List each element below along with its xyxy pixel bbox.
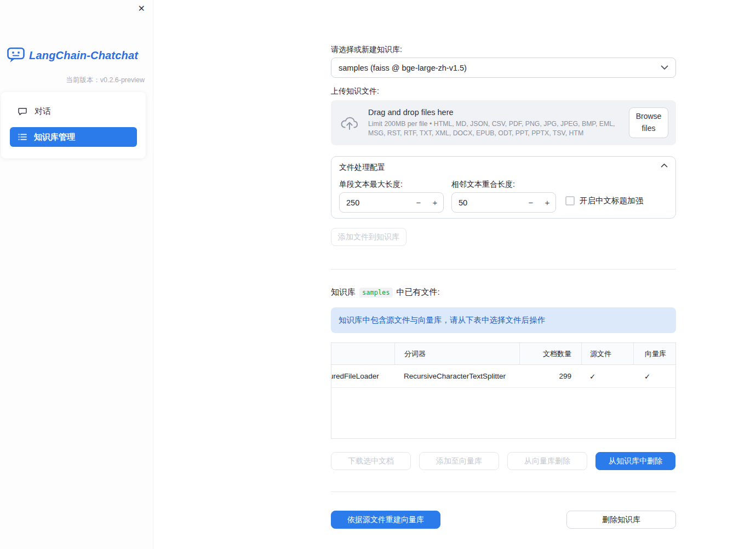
zh-title-enhance-checkbox[interactable]: 开启中文标题加强 xyxy=(565,196,643,206)
max-length-input[interactable]: 250 − + xyxy=(339,192,444,213)
overlap-minus-button[interactable]: − xyxy=(523,193,539,212)
col-source-header[interactable]: 源文件 xyxy=(581,343,633,364)
kb-select[interactable]: samples (faiss @ bge-large-zh-v1.5) xyxy=(331,58,676,78)
delete-from-vector-store-button[interactable]: 从向量库删除 xyxy=(507,452,587,470)
zh-title-enhance-label: 开启中文标题加强 xyxy=(580,196,643,206)
info-text: 知识库中包含源文件与向量库，请从下表中选择文件后操作 xyxy=(339,315,545,325)
sidebar-item-chat[interactable]: 对话 xyxy=(10,101,137,121)
add-files-to-kb-button[interactable]: 添加文件到知识库 xyxy=(331,228,406,246)
sidebar: ✕ LangChain-Chatchat 当前版本：v0.2.6-preview xyxy=(0,0,153,549)
dropzone-limit: Limit 200MB per file • HTML, MD, JSON, C… xyxy=(368,119,620,138)
cell-doc-count: 299 xyxy=(519,365,581,387)
divider xyxy=(331,269,676,270)
upload-label: 上传知识文件: xyxy=(331,87,379,96)
file-action-buttons: 下载选中文档 添加至向量库 从向量库删除 从知识库中删除 xyxy=(331,452,676,470)
kb-files-heading: 知识库 samples 中已有文件: xyxy=(331,287,440,298)
chat-bubble-icon xyxy=(18,107,27,116)
overlap-value: 50 xyxy=(452,198,467,207)
cell-source-check: ✓ xyxy=(581,365,633,387)
file-config-title[interactable]: 文件处理配置 xyxy=(339,163,385,173)
col-splitter-header[interactable]: 分词器 xyxy=(394,343,519,364)
list-icon xyxy=(18,133,27,141)
version-label: 当前版本：v0.2.6-preview xyxy=(66,76,145,85)
cell-vector-check: ✓ xyxy=(633,365,675,387)
max-length-value: 250 xyxy=(340,198,359,207)
overlap-input[interactable]: 50 − + xyxy=(451,192,556,213)
app-title: LangChain-Chatchat xyxy=(29,49,138,62)
max-length-minus-button[interactable]: − xyxy=(410,193,427,212)
dropzone-title: Drag and drop files here xyxy=(368,108,620,117)
table-header-row: 分词器 文档数量 源文件 向量库 xyxy=(331,343,675,365)
delete-kb-button[interactable]: 删除知识库 xyxy=(566,511,676,529)
logo-icon xyxy=(7,47,25,64)
overlap-label: 相邻文本重合长度: xyxy=(451,180,515,190)
logo: LangChain-Chatchat xyxy=(7,47,138,64)
info-banner: 知识库中包含源文件与向量库，请从下表中选择文件后操作 xyxy=(331,307,676,333)
add-to-vector-store-button[interactable]: 添加至向量库 xyxy=(419,452,499,470)
kb-select-label: 请选择或新建知识库: xyxy=(331,45,402,55)
col-doc-count-header[interactable]: 文档数量 xyxy=(519,343,581,364)
file-config-expander: 文件处理配置 单段文本最大长度: 相邻文本重合长度: 250 − + 50 − … xyxy=(331,156,676,219)
kb-files-table[interactable]: 分词器 文档数量 源文件 向量库 uredFileLoader Recursiv… xyxy=(331,342,676,439)
divider xyxy=(331,491,676,492)
sidebar-item-label: 知识库管理 xyxy=(34,132,75,142)
cell-loader: uredFileLoader xyxy=(331,372,379,380)
file-dropzone[interactable]: Drag and drop files here Limit 200MB per… xyxy=(331,100,676,145)
kb-name-code: samples xyxy=(359,288,393,298)
chevron-up-icon[interactable] xyxy=(661,163,668,168)
chevron-down-icon xyxy=(661,65,668,70)
delete-from-kb-button[interactable]: 从知识库中删除 xyxy=(595,452,675,470)
cloud-upload-icon xyxy=(340,115,359,131)
kb-line-prefix: 知识库 xyxy=(331,287,356,298)
main-content: 请选择或新建知识库: samples (faiss @ bge-large-zh… xyxy=(153,0,756,549)
download-selected-button[interactable]: 下载选中文档 xyxy=(331,452,411,470)
col-loader-header[interactable] xyxy=(331,343,394,364)
cell-splitter: RecursiveCharacterTextSplitter xyxy=(394,365,519,387)
kb-line-suffix: 中已有文件: xyxy=(397,287,440,298)
dropzone-text: Drag and drop files here Limit 200MB per… xyxy=(368,108,620,138)
overlap-plus-button[interactable]: + xyxy=(539,193,555,212)
kb-select-value: samples (faiss @ bge-large-zh-v1.5) xyxy=(339,64,467,72)
table-row[interactable]: uredFileLoader RecursiveCharacterTextSpl… xyxy=(331,365,675,388)
sidebar-item-label: 对话 xyxy=(35,106,51,117)
sidebar-nav: 对话 知识库管理 xyxy=(1,92,146,158)
browse-files-button[interactable]: Browse files xyxy=(629,107,668,138)
sidebar-close-icon[interactable]: ✕ xyxy=(138,4,145,13)
sidebar-item-knowledge-base[interactable]: 知识库管理 xyxy=(10,127,137,147)
app-window: ✕ LangChain-Chatchat 当前版本：v0.2.6-preview xyxy=(0,0,756,549)
col-vector-header[interactable]: 向量库 xyxy=(633,343,675,364)
rebuild-vector-store-button[interactable]: 依据源文件重建向量库 xyxy=(331,511,440,529)
checkbox-icon[interactable] xyxy=(565,196,575,205)
max-length-plus-button[interactable]: + xyxy=(427,193,443,212)
max-length-label: 单段文本最大长度: xyxy=(339,180,403,190)
